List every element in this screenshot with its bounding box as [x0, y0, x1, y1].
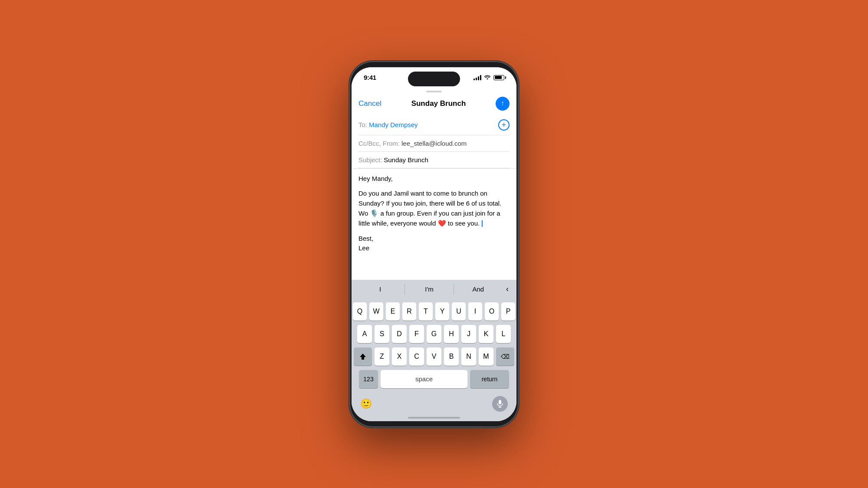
key-I[interactable]: I	[468, 302, 482, 321]
predictive-item-1[interactable]: I	[356, 285, 404, 293]
keyboard-row-3: Z X C V B N M ⌫	[353, 347, 515, 366]
phone-screen: 9:41	[352, 67, 516, 421]
home-indicator	[352, 417, 516, 421]
predictive-item-2[interactable]: I'm	[405, 285, 454, 293]
numbers-key[interactable]: 123	[359, 370, 378, 388]
key-S[interactable]: S	[375, 325, 389, 343]
status-icons	[473, 74, 504, 81]
signal-bars-icon	[473, 75, 481, 80]
key-A[interactable]: A	[357, 325, 372, 343]
predictive-bar: I I'm And ‹	[352, 280, 516, 299]
key-V[interactable]: V	[427, 347, 441, 366]
key-R[interactable]: R	[402, 302, 416, 321]
key-Z[interactable]: Z	[375, 347, 389, 366]
mic-button[interactable]	[492, 396, 508, 412]
cc-value: lee_stella@icloud.com	[401, 140, 467, 147]
keyboard-bottom-bar: 🙂	[352, 395, 516, 417]
key-J[interactable]: J	[461, 325, 476, 343]
key-G[interactable]: G	[427, 325, 441, 343]
key-Q[interactable]: Q	[353, 302, 367, 321]
cc-label: Cc/Bcc, From:	[358, 140, 400, 147]
to-label: To:	[358, 121, 367, 128]
svg-rect-0	[499, 400, 501, 404]
predictive-back-button[interactable]: ‹	[503, 285, 512, 294]
dynamic-island	[408, 72, 460, 86]
text-cursor	[482, 220, 483, 227]
body-text-part3: to see you.	[446, 219, 482, 227]
subject-value: Sunday Brunch	[384, 156, 428, 164]
key-T[interactable]: T	[419, 302, 433, 321]
key-W[interactable]: W	[369, 302, 383, 321]
key-P[interactable]: P	[501, 302, 515, 321]
return-key[interactable]: return	[470, 370, 509, 388]
cancel-button[interactable]: Cancel	[358, 99, 381, 108]
compose-title-row: Cancel Sunday Brunch ↑	[358, 92, 510, 115]
keyboard-row-1: Q W E R T Y U I O P	[353, 302, 515, 321]
subject-label: Subject:	[358, 156, 382, 164]
home-bar	[408, 417, 460, 419]
key-U[interactable]: U	[452, 302, 466, 321]
key-Y[interactable]: Y	[435, 302, 449, 321]
key-L[interactable]: L	[496, 325, 511, 343]
battery-icon	[493, 75, 504, 80]
wifi-icon	[484, 74, 491, 81]
email-greeting: Hey Mandy,	[358, 174, 510, 184]
status-time: 9:41	[364, 74, 376, 81]
emoji-button[interactable]: 🙂	[360, 398, 372, 409]
email-signature: Best, Lee	[358, 234, 510, 253]
email-body-paragraph: Do you and Jamil want to come to brunch …	[358, 189, 510, 229]
send-arrow-icon: ↑	[501, 100, 504, 107]
subject-field[interactable]: Subject: Sunday Brunch	[358, 152, 510, 168]
delete-key[interactable]: ⌫	[496, 347, 514, 366]
keyboard-row-4: 123 space return	[353, 370, 515, 388]
phone-device: 9:41	[349, 61, 519, 427]
key-K[interactable]: K	[479, 325, 493, 343]
to-field[interactable]: To: Mandy Dempsey +	[358, 115, 510, 135]
key-O[interactable]: O	[485, 302, 499, 321]
key-F[interactable]: F	[409, 325, 424, 343]
key-D[interactable]: D	[392, 325, 407, 343]
email-body[interactable]: Hey Mandy, Do you and Jamil want to come…	[352, 169, 516, 280]
space-key[interactable]: space	[381, 370, 467, 388]
plus-icon: +	[502, 121, 506, 129]
signature-line1: Best,	[358, 234, 510, 244]
cc-bcc-field[interactable]: Cc/Bcc, From: lee_stella@icloud.com	[358, 135, 510, 152]
compose-header: Cancel Sunday Brunch ↑ To: Mandy Dempsey…	[352, 92, 516, 169]
to-value[interactable]: Mandy Dempsey	[369, 121, 496, 128]
battery-fill	[495, 76, 502, 79]
signature-line2: Lee	[358, 243, 510, 253]
send-button[interactable]: ↑	[496, 97, 510, 111]
predictive-item-3[interactable]: And	[454, 285, 503, 293]
mic-icon-inline: 🎙️	[370, 210, 378, 217]
key-B[interactable]: B	[444, 347, 459, 366]
shift-key[interactable]	[354, 347, 372, 366]
key-M[interactable]: M	[479, 347, 493, 366]
key-E[interactable]: E	[386, 302, 400, 321]
keyboard-row-2: A S D F G H J K L	[353, 325, 515, 343]
add-recipient-button[interactable]: +	[498, 119, 510, 131]
key-N[interactable]: N	[461, 347, 476, 366]
email-body-text[interactable]: Hey Mandy, Do you and Jamil want to come…	[358, 174, 510, 253]
heart-emoji: ❤️	[438, 219, 446, 227]
key-X[interactable]: X	[392, 347, 407, 366]
key-C[interactable]: C	[409, 347, 424, 366]
key-H[interactable]: H	[444, 325, 459, 343]
keyboard: Q W E R T Y U I O P A S D F G H J K	[352, 299, 516, 395]
compose-title: Sunday Brunch	[411, 99, 466, 108]
